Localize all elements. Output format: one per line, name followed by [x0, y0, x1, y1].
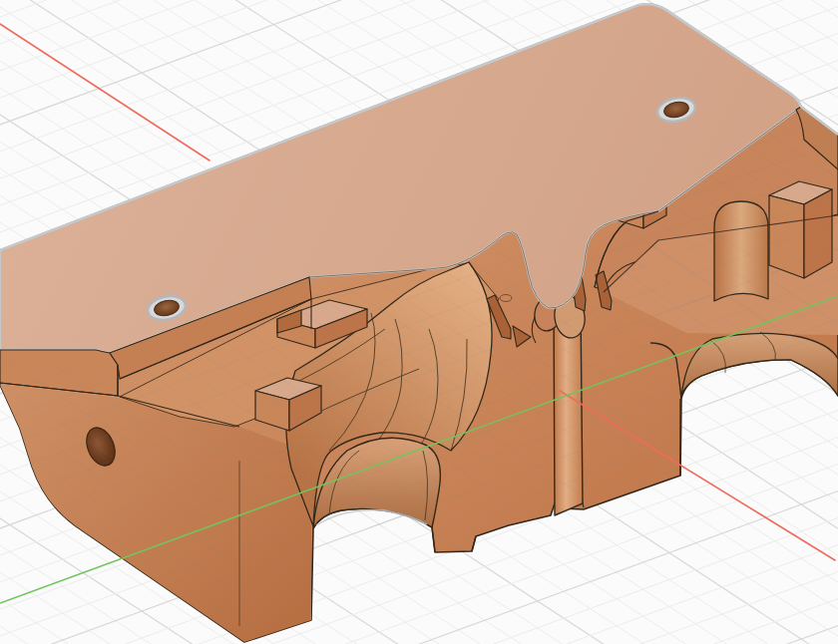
pocket-bullnose-wall[interactable]	[714, 201, 768, 301]
cad-viewport-canvas[interactable]	[0, 0, 838, 644]
